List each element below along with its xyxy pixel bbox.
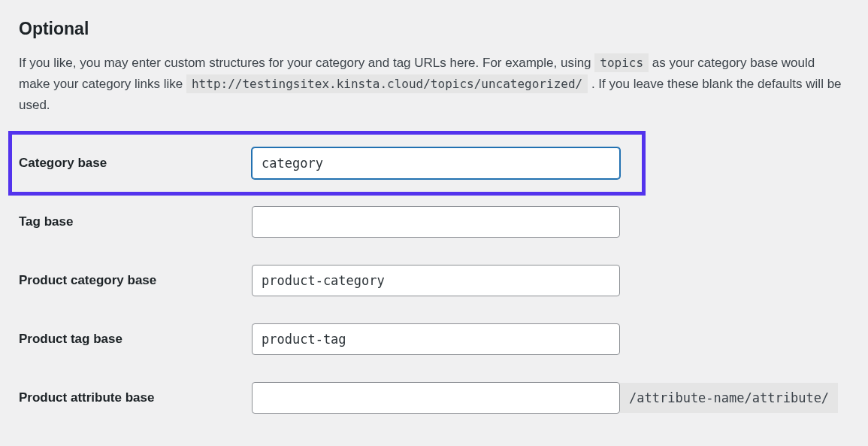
product-tag-base-row: Product tag base (19, 310, 849, 369)
product-attribute-base-field: /attribute-name/attribute/ (252, 382, 838, 414)
description-text: If you like, you may enter custom struct… (19, 56, 594, 70)
tag-base-field (252, 206, 620, 238)
category-base-field (252, 147, 620, 179)
product-category-base-label: Product category base (19, 273, 252, 288)
tag-base-input[interactable] (252, 206, 620, 238)
category-base-input[interactable] (252, 147, 620, 179)
description-code-example2: http://testingsitex.kinsta.cloud/topics/… (186, 74, 588, 93)
product-tag-base-input[interactable] (252, 323, 620, 355)
tag-base-row: Tag base (19, 193, 849, 251)
product-category-base-input[interactable] (252, 265, 620, 296)
section-heading: Optional (19, 19, 849, 39)
section-description: If you like, you may enter custom struct… (19, 53, 849, 116)
product-attribute-base-label: Product attribute base (19, 390, 252, 405)
product-attribute-base-input[interactable] (252, 382, 620, 414)
tag-base-label: Tag base (19, 214, 252, 229)
description-code-example1: topics (594, 53, 649, 72)
product-attribute-base-row: Product attribute base /attribute-name/a… (19, 369, 849, 427)
product-tag-base-label: Product tag base (19, 332, 252, 347)
product-category-base-row: Product category base (19, 251, 849, 310)
product-attribute-base-suffix: /attribute-name/attribute/ (620, 383, 838, 413)
product-tag-base-field (252, 323, 620, 355)
category-base-row: Category base (19, 134, 849, 193)
category-base-label: Category base (19, 156, 252, 171)
form-table: Category base Tag base Product category … (19, 134, 849, 427)
product-category-base-field (252, 265, 620, 296)
